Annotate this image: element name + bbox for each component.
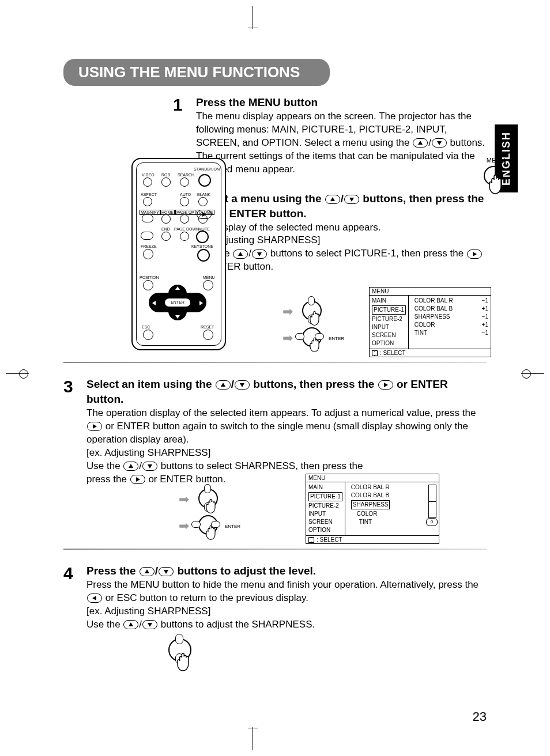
section-title: USING THE MENU FUNCTIONS	[63, 59, 330, 86]
right-icon	[130, 475, 145, 484]
dpad-illustration-1: ➡ ➡ ENTER	[282, 297, 344, 353]
hand-icon	[309, 335, 325, 353]
hand-icon	[205, 523, 221, 540]
hand-icon	[488, 172, 509, 195]
step-number: 4	[63, 564, 86, 632]
dpad-icon	[372, 350, 378, 356]
menu-press-illustration: MENU	[467, 157, 525, 203]
right-icon	[87, 422, 102, 431]
arrow-right-icon: ➡	[179, 492, 189, 507]
step-4: 4 Press the / buttons to adjust the leve…	[63, 564, 487, 632]
arrow-right-icon: ➡	[282, 331, 293, 346]
arrow-right-icon: ➡	[282, 304, 293, 319]
down-icon	[432, 138, 447, 148]
down-icon	[252, 250, 267, 259]
up-icon	[216, 380, 231, 390]
up-icon	[413, 138, 428, 148]
dpad-icon	[308, 537, 314, 543]
osd-menu-2: MENU MAIN PICTURE-1 PICTURE-2 INPUT SCRE…	[306, 474, 439, 544]
right-icon	[467, 250, 482, 259]
down-icon	[235, 380, 250, 390]
slider-track	[428, 485, 436, 518]
down-icon	[142, 462, 157, 471]
left-icon	[87, 594, 102, 603]
down-icon	[344, 195, 359, 204]
right-icon	[378, 380, 393, 390]
step-3: 3 Select an item using the / buttons, th…	[63, 377, 487, 486]
arrow-right-icon: ➡	[179, 519, 189, 534]
page-number: 23	[473, 709, 487, 724]
menu-label: MENU	[467, 157, 525, 164]
step-number: 3	[63, 377, 86, 486]
up-icon	[140, 567, 155, 576]
hand-icon	[176, 650, 196, 672]
down-icon	[159, 567, 174, 576]
up-icon	[123, 462, 138, 471]
dpad-illustration-3	[161, 635, 487, 675]
up-icon	[123, 620, 138, 629]
up-icon	[325, 195, 340, 204]
osd-menu-1: MENU MAIN PICTURE-1 PICTURE-2 INPUT SCRE…	[369, 287, 491, 357]
up-icon	[233, 250, 248, 259]
right-icon	[197, 210, 212, 219]
dpad-illustration-2: ➡ ➡ ENTER	[179, 485, 240, 540]
step-heading: Press the MENU button	[196, 96, 318, 108]
remote-diagram: VIDEO RGB SEARCH STANDBY/ON ASPECT AUTO …	[131, 158, 226, 350]
down-icon	[142, 620, 157, 629]
